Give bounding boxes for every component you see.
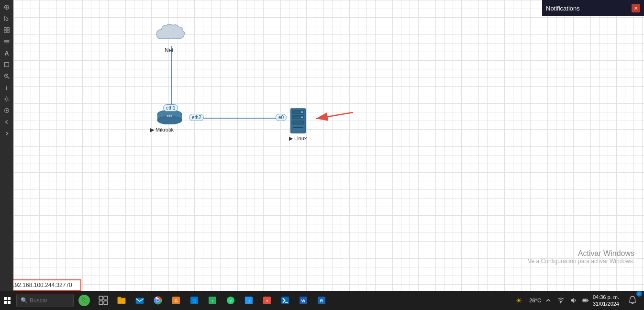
network-icon[interactable]: 🌐 <box>186 292 203 309</box>
svg-rect-69 <box>588 300 588 301</box>
svg-rect-34 <box>8 297 11 300</box>
svg-text:Y: Y <box>229 299 232 303</box>
svg-rect-36 <box>8 301 11 304</box>
sidebar-select[interactable] <box>0 13 13 24</box>
notifications-title: Notifications <box>546 5 580 12</box>
svg-text:G: G <box>174 299 178 303</box>
taskbar-app-icons: G 🌐 ↕ Y J <box>95 292 330 309</box>
show-hidden-icon[interactable] <box>543 295 554 306</box>
weather-icon[interactable]: ☀ <box>510 292 527 309</box>
canvas-area[interactable]: Net ≡≡≡ ▶ Mikrotik eth1 eth2 e0 <box>13 0 644 291</box>
system-tray: ☀ 26°C <box>510 292 644 309</box>
svg-point-17 <box>6 110 8 111</box>
svg-line-21 <box>316 112 353 119</box>
word-icon[interactable]: W <box>295 292 312 309</box>
activate-windows-watermark: Activar Windows Ve a Configuración para … <box>528 249 634 265</box>
sidebar: A i <box>0 0 13 291</box>
svg-rect-33 <box>4 297 7 300</box>
svg-rect-32 <box>293 127 303 128</box>
svg-rect-4 <box>7 28 9 30</box>
sidebar-text[interactable]: A <box>0 48 13 58</box>
sidebar-link[interactable] <box>0 36 13 47</box>
start-button[interactable] <box>0 291 14 310</box>
notification-count: 2 <box>636 291 642 297</box>
taskbar-time: 04:36 p. m. <box>593 294 619 300</box>
mail-icon[interactable] <box>131 292 148 309</box>
svg-rect-10 <box>5 63 9 67</box>
router-label: ▶ Mikrotik <box>150 127 174 133</box>
gns3-icon[interactable]: G <box>167 292 185 309</box>
arrow-svg <box>13 0 644 291</box>
svg-rect-35 <box>4 301 7 304</box>
connections-svg <box>13 0 644 291</box>
svg-point-15 <box>5 98 8 100</box>
sidebar-move[interactable] <box>0 2 13 12</box>
svg-text:✦: ✦ <box>266 299 269 303</box>
svg-rect-29 <box>292 121 304 124</box>
gecko-icon[interactable]: 🦎 <box>76 292 93 309</box>
sidebar-forward[interactable] <box>0 128 13 139</box>
notifications-panel: Notifications × <box>542 0 644 16</box>
file-explorer-icon[interactable] <box>113 292 130 309</box>
network-diagram: Net ≡≡≡ ▶ Mikrotik eth1 eth2 e0 <box>13 0 644 291</box>
taskview-icon[interactable] <box>95 292 112 309</box>
activate-windows-subtitle: Ve a Configuración para activar Windows. <box>528 258 634 265</box>
svg-point-30 <box>301 111 303 113</box>
svg-rect-44 <box>118 297 121 299</box>
taskbar-clock[interactable]: 04:36 p. m. 31/01/2024 <box>593 294 622 308</box>
vscode-icon[interactable] <box>277 292 294 309</box>
svg-rect-39 <box>99 296 103 300</box>
sidebar-info[interactable]: i <box>0 82 13 93</box>
notifications-close-button[interactable]: × <box>632 4 640 12</box>
svg-rect-70 <box>583 299 587 301</box>
sidebar-node[interactable] <box>0 25 13 35</box>
taskbar: 🔍 🦎 <box>0 291 644 310</box>
iface-eth2: eth2 <box>189 114 204 121</box>
svg-point-48 <box>157 299 159 302</box>
svg-rect-6 <box>7 31 9 33</box>
app-r-icon[interactable]: R <box>313 292 330 309</box>
status-address-text: c://192.168.100.244:32770 <box>4 282 72 288</box>
svg-text:🦎: 🦎 <box>81 297 88 304</box>
svg-text:≡≡≡: ≡≡≡ <box>167 114 173 118</box>
sidebar-capture[interactable] <box>0 105 13 116</box>
battery-icon[interactable] <box>580 295 591 306</box>
sidebar-back[interactable] <box>0 117 13 127</box>
svg-rect-42 <box>104 301 108 305</box>
volume-icon[interactable] <box>568 295 578 306</box>
app8-icon[interactable]: Y <box>222 292 239 309</box>
router-shape[interactable]: ≡≡≡ <box>154 110 183 124</box>
sidebar-settings[interactable] <box>0 94 13 104</box>
iface-eth1: eth1 <box>163 104 178 111</box>
svg-text:R: R <box>320 299 323 303</box>
cloud-label: Net <box>165 47 174 54</box>
activate-windows-title: Activar Windows <box>528 249 634 258</box>
svg-point-31 <box>301 116 303 118</box>
sidebar-zoom-in[interactable] <box>0 71 13 81</box>
notification-button[interactable]: 2 <box>624 292 641 309</box>
svg-text:J: J <box>248 299 250 303</box>
svg-rect-5 <box>4 31 6 33</box>
network-tray-icon[interactable] <box>555 295 566 306</box>
svg-line-12 <box>8 77 10 79</box>
taskbar-search-box[interactable]: 🔍 <box>16 294 74 307</box>
iface-e0: e0 <box>276 114 287 121</box>
svg-rect-45 <box>136 298 144 304</box>
temperature-label: 26°C <box>529 298 541 303</box>
chrome-icon[interactable] <box>149 292 167 309</box>
svg-text:🌐: 🌐 <box>192 299 197 303</box>
svg-rect-41 <box>99 301 103 305</box>
taskbar-date: 31/01/2024 <box>593 300 619 307</box>
server-shape[interactable] <box>289 108 307 134</box>
svg-text:W: W <box>301 299 306 303</box>
server-label: ▶ Linux <box>289 135 307 142</box>
app7-icon[interactable]: ↕ <box>204 292 221 309</box>
svg-rect-40 <box>104 296 108 300</box>
sidebar-shape[interactable] <box>0 59 13 70</box>
svg-text:↕: ↕ <box>211 299 213 303</box>
search-icon: 🔍 <box>21 297 28 304</box>
search-input[interactable] <box>30 297 68 304</box>
cloud-shape <box>155 22 188 45</box>
app10-icon[interactable]: ✦ <box>258 292 276 309</box>
ide-icon[interactable]: J <box>240 292 257 309</box>
